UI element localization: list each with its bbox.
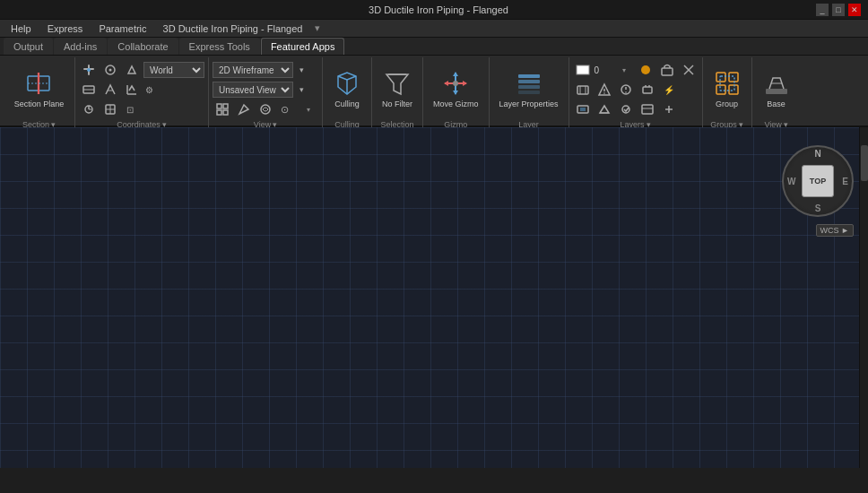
- layer-btn1[interactable]: [636, 61, 655, 79]
- coord-btn6[interactable]: [122, 81, 142, 99]
- layer-btn6[interactable]: [616, 81, 636, 99]
- layers-row1: 0 ▾: [573, 61, 699, 79]
- group-button[interactable]: Group: [707, 60, 748, 117]
- layer-btn5[interactable]: [595, 81, 614, 99]
- menu-parametric[interactable]: Parametric: [91, 20, 153, 37]
- layer-color-number: 0: [595, 65, 612, 75]
- coord-btn8[interactable]: [79, 100, 99, 118]
- layer-btn3[interactable]: [679, 61, 699, 79]
- minimize-button[interactable]: _: [816, 4, 829, 16]
- layer-properties-group: Layer Properties Layer: [490, 57, 569, 131]
- compass-widget[interactable]: N S E W TOP: [782, 145, 854, 217]
- tab-express-tools[interactable]: Express Tools: [179, 38, 260, 55]
- tab-addins[interactable]: Add-ins: [54, 38, 107, 55]
- view-arrow-btn[interactable]: ▾: [295, 81, 308, 99]
- menu-help[interactable]: Help: [4, 20, 39, 37]
- coord-btn9[interactable]: [100, 100, 120, 118]
- svg-rect-66: [716, 73, 725, 82]
- maximize-button[interactable]: □: [832, 4, 845, 16]
- coord-btn5[interactable]: [100, 81, 120, 99]
- render-dropdown[interactable]: 2D Wireframe: [213, 62, 293, 78]
- coord-btn10[interactable]: ⊡: [122, 100, 142, 118]
- coord-row1: World: [79, 61, 204, 79]
- view-btn2[interactable]: [234, 100, 254, 118]
- title-bar-title: 3D Ductile Iron Piping - Flanged: [61, 4, 816, 15]
- culling-label: Culling: [334, 99, 360, 108]
- menu-express[interactable]: Express: [40, 20, 91, 37]
- svg-rect-46: [577, 86, 588, 94]
- svg-rect-38: [518, 80, 540, 83]
- coord-btn1[interactable]: [79, 61, 99, 79]
- menu-bar: Help Express Parametric 3D Ductile Iron …: [0, 20, 868, 38]
- coordinates-group: World ⚙: [75, 57, 209, 131]
- layer-btn11[interactable]: [616, 100, 636, 118]
- section-group: Section Plane Section ▾: [4, 57, 75, 131]
- canvas-area: N S E W TOP WCS ►: [0, 127, 868, 468]
- scrollbar-thumb[interactable]: [861, 145, 868, 181]
- svg-text:⊙: ⊙: [281, 104, 289, 115]
- no-filter-icon: [383, 69, 412, 98]
- no-filter-group: No Filter Selection: [372, 57, 423, 131]
- layer-properties-icon: [515, 69, 543, 98]
- svg-text:⚙: ⚙: [145, 85, 153, 95]
- layer-properties-button[interactable]: Layer Properties: [493, 60, 565, 117]
- move-gizmo-icon: [441, 69, 470, 98]
- coord-btn2[interactable]: [100, 61, 120, 79]
- no-filter-button[interactable]: No Filter: [376, 60, 419, 117]
- layer-color-swatch[interactable]: [573, 61, 593, 79]
- svg-rect-62: [642, 105, 653, 114]
- close-button[interactable]: ✕: [848, 4, 861, 16]
- coord-btn3[interactable]: [122, 61, 142, 79]
- ribbon-content: Section Plane Section ▾: [0, 56, 868, 133]
- menu-expand-icon[interactable]: ▾: [315, 22, 320, 34]
- tab-featured-apps[interactable]: Featured Apps: [261, 38, 345, 55]
- render-arrow-btn[interactable]: ▾: [295, 61, 308, 79]
- section-plane-label: Section Plane: [14, 99, 65, 109]
- wcs-badge[interactable]: WCS ►: [816, 224, 854, 237]
- coord-row2: ⚙: [79, 81, 204, 99]
- layer-btn2[interactable]: [657, 61, 677, 79]
- coord-btn4[interactable]: [79, 81, 99, 99]
- view-btn4[interactable]: ⊙: [277, 100, 297, 118]
- section-plane-icon: [24, 69, 53, 98]
- coord-btn7[interactable]: ⚙: [143, 81, 158, 99]
- view-btn3[interactable]: [256, 100, 275, 118]
- view-group: 2D Wireframe ▾ Unsaved View ▾: [209, 57, 323, 131]
- layer-btn8[interactable]: ⚡: [659, 81, 679, 99]
- svg-text:⊡: ⊡: [126, 105, 134, 115]
- compass-north: N: [814, 149, 820, 159]
- layer-btn12[interactable]: [638, 100, 657, 118]
- layers-row3: [573, 100, 699, 118]
- culling-button[interactable]: Culling: [326, 60, 368, 117]
- layer-btn7[interactable]: [638, 81, 657, 99]
- layer-btn9[interactable]: [573, 100, 593, 118]
- layer-btn-expand[interactable]: ▾: [614, 61, 634, 79]
- culling-icon: [333, 69, 361, 98]
- menu-app-title[interactable]: 3D Ductile Iron Piping - Flanged: [156, 20, 310, 37]
- compass-east: E: [842, 177, 848, 186]
- svg-rect-71: [766, 89, 787, 94]
- tab-collaborate[interactable]: Collaborate: [108, 38, 178, 55]
- scrollbar-right[interactable]: [859, 127, 868, 468]
- tab-output[interactable]: Output: [4, 38, 53, 55]
- layer-btn10[interactable]: [595, 100, 614, 118]
- world-dropdown[interactable]: World: [143, 62, 204, 78]
- no-filter-label: No Filter: [382, 99, 412, 109]
- move-gizmo-button[interactable]: Move Gizmo: [427, 60, 485, 117]
- svg-text:⚡: ⚡: [664, 84, 675, 96]
- group-icon: [713, 69, 742, 98]
- group-group: Group Groups ▾: [703, 57, 752, 131]
- move-gizmo-label: Move Gizmo: [433, 99, 479, 109]
- layer-btn13[interactable]: [659, 100, 679, 118]
- svg-rect-67: [729, 73, 738, 82]
- title-bar-controls: _ □ ✕: [816, 4, 861, 16]
- svg-rect-59: [580, 108, 586, 111]
- view-expand-btn[interactable]: ▾: [299, 100, 318, 118]
- base-button[interactable]: Base: [756, 60, 797, 117]
- svg-rect-68: [716, 85, 725, 94]
- view-btn1[interactable]: [213, 100, 232, 118]
- view-dropdown[interactable]: Unsaved View: [213, 82, 293, 98]
- layer-btn4[interactable]: [573, 81, 593, 99]
- compass-center[interactable]: TOP: [802, 165, 834, 197]
- section-plane-button[interactable]: Section Plane: [8, 60, 71, 117]
